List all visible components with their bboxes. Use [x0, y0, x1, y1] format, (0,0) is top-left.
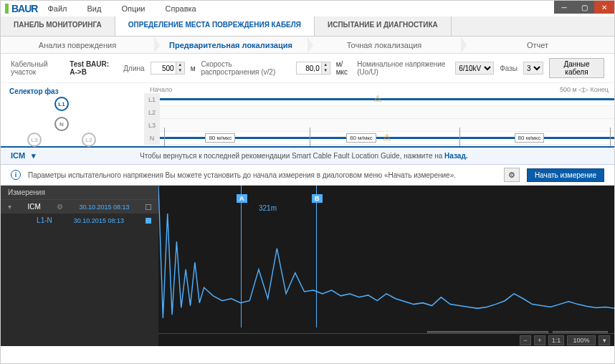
lane-l3-label: L3	[144, 119, 160, 132]
sidebar-row-icm[interactable]: ▾ ICM ⚙ 30.10.2015 08:13	[1, 200, 158, 214]
cable-area: Селектор фаз L1 N L3 L2 Начало500 м ◁▷ К…	[1, 83, 614, 148]
lane-end-dist: 500 м	[560, 86, 577, 93]
lane-tick	[310, 128, 310, 146]
cable-data-button[interactable]: Данные кабеля	[549, 58, 604, 78]
lane-start: Начало	[150, 86, 172, 93]
warning-icon: ⚠	[373, 93, 382, 104]
info-icon: i	[11, 170, 21, 180]
phase-node-n[interactable]: N	[54, 117, 69, 131]
speed-down[interactable]: ▼	[321, 68, 330, 74]
step-report[interactable]: Отчет	[461, 37, 614, 53]
zoom-in-button[interactable]: +	[534, 335, 545, 345]
tab-diagnostics[interactable]: ИСПЫТАНИЕ И ДИАГНОСТИКА	[315, 16, 452, 36]
sidebar-item-date: 30.10.2015 08:13	[74, 217, 124, 224]
lane-l1-label: L1	[144, 93, 160, 106]
zoom-dropdown[interactable]: ▾	[599, 335, 610, 345]
speed-up[interactable]: ▲	[321, 62, 330, 68]
sidebar-item-date: 30.10.2015 08:13	[80, 203, 130, 211]
phase-node-l3[interactable]: L3	[27, 133, 42, 147]
phase-node-l2[interactable]: L2	[82, 133, 96, 147]
logo: BAUR	[5, 3, 37, 14]
zoom-ratio-button[interactable]: 1:1	[548, 335, 564, 345]
settings-button[interactable]: ⚙	[504, 168, 520, 182]
lane-tick	[459, 128, 460, 146]
phase-selector-title: Селектор фаз	[9, 87, 135, 95]
warning-icon: ⚠	[383, 132, 391, 143]
section-value: Test BAUR: A->B	[70, 60, 118, 76]
tab-fault-location[interactable]: ОПРЕДЕЛЕНИЕ МЕСТА ПОВРЕЖДЕНИЯ КАБЕЛЯ	[115, 16, 315, 36]
speed-input[interactable]	[297, 64, 321, 72]
lane-tick	[610, 128, 611, 146]
cable-lanes: Начало500 м ◁▷ Конец L1⚠ L2 L3 N 80 м/мк…	[144, 83, 614, 146]
lane-end: Конец	[591, 86, 609, 93]
length-input[interactable]	[151, 64, 176, 72]
square-icon	[146, 204, 151, 210]
voltage-select[interactable]: 6/10kV	[455, 62, 494, 75]
step-bar: Анализ повреждения Предварительная локал…	[1, 37, 614, 54]
lane-n[interactable]: 80 м/мкс 80 м/мкс ⚠ 80 м/мкс	[160, 132, 614, 145]
voltage-label: Номинальное напряжение (Uo/U)	[357, 60, 449, 76]
lane-l3[interactable]	[160, 119, 614, 132]
step-analysis[interactable]: Анализ повреждения	[1, 37, 154, 53]
speed-tag-2: 80 м/мкс	[346, 133, 376, 143]
lane-l2-label: L2	[144, 106, 160, 119]
phase-triangle[interactable]: L1 N L3 L2	[20, 97, 106, 144]
lane-tick	[164, 128, 165, 146]
speed-label: Скорость распространения (v/2)	[201, 60, 290, 76]
menu-help[interactable]: Справка	[156, 2, 206, 15]
cursor-b-label: B	[312, 194, 323, 203]
zoom-level[interactable]: 100%	[567, 335, 596, 345]
method-text: Чтобы вернуться к последней рекомендации…	[140, 152, 468, 160]
section-label: Кабельный участок	[11, 60, 64, 76]
speed-unit: м/мкс	[336, 60, 352, 76]
step-pinpoint[interactable]: Точная локализация	[308, 37, 461, 53]
length-up[interactable]: ▲	[176, 62, 184, 68]
main-tabs: ПАНЕЛЬ МОНИТОРИНГА ОПРЕДЕЛЕНИЕ МЕСТА ПОВ…	[1, 16, 614, 37]
measurements-sidebar: Измерения ▾ ICM ⚙ 30.10.2015 08:13 L1-N …	[1, 186, 158, 346]
cursor-b[interactable]: B	[316, 186, 317, 327]
window-controls: ─ ▢ ✕	[554, 1, 614, 14]
gear-icon[interactable]: ⚙	[57, 203, 63, 211]
cursor-distance: 321m	[259, 204, 277, 212]
cursor-a-label: A	[237, 194, 247, 203]
length-unit: м	[191, 64, 196, 72]
zoom-bar: − + 1:1 100% ▾	[158, 333, 614, 346]
main-area: Измерения ▾ ICM ⚙ 30.10.2015 08:13 L1-N …	[1, 186, 614, 346]
phase-node-l1[interactable]: L1	[54, 97, 69, 111]
phases-label: Фазы	[500, 64, 518, 72]
phases-select[interactable]: 3	[523, 62, 543, 75]
menu-options[interactable]: Опции	[111, 2, 155, 15]
maximize-button[interactable]: ▢	[574, 1, 594, 14]
menu-view[interactable]: Вид	[77, 2, 112, 15]
parameter-bar: Кабельный участок Test BAUR: A->B Длина …	[1, 54, 614, 83]
sidebar-item-name: ICM	[27, 203, 40, 211]
lane-l2[interactable]	[160, 106, 614, 119]
sidebar-row-l1n[interactable]: L1-N 30.10.2015 08:13	[1, 214, 158, 227]
menubar: BAUR Файл Вид Опции Справка ─ ▢ ✕	[1, 1, 614, 16]
zoom-out-button[interactable]: −	[520, 335, 531, 345]
menu-file[interactable]: Файл	[37, 2, 77, 15]
reflectogram-graph[interactable]: A B 321m Сделать моментальный снимок Пои…	[158, 186, 614, 346]
step-prelocation[interactable]: Предварительная локализация	[154, 37, 308, 53]
method-name[interactable]: ICM ▾	[11, 151, 140, 161]
color-swatch	[146, 218, 151, 224]
length-down[interactable]: ▼	[176, 68, 184, 74]
cursor-a[interactable]: A	[241, 186, 242, 327]
sidebar-item-name: L1-N	[37, 216, 52, 224]
speed-spinner[interactable]: ▲▼	[296, 62, 330, 75]
length-label: Длина	[123, 64, 144, 72]
method-bar: ICM ▾ Чтобы вернуться к последней рекоме…	[1, 148, 614, 165]
start-measurement-button[interactable]: Начать измерение	[527, 168, 604, 182]
lane-n-label: N	[144, 132, 160, 145]
tab-monitoring[interactable]: ПАНЕЛЬ МОНИТОРИНГА	[1, 16, 115, 36]
length-spinner[interactable]: ▲▼	[151, 62, 185, 75]
back-link[interactable]: Назад.	[444, 152, 467, 160]
waveform	[158, 186, 614, 346]
minimize-button[interactable]: ─	[554, 1, 574, 14]
info-bar: i Параметры испытательного напряжения Вы…	[1, 165, 614, 186]
close-button[interactable]: ✕	[594, 1, 614, 14]
speed-tag-1: 80 м/мкс	[205, 133, 235, 143]
lane-l1[interactable]: ⚠	[160, 93, 614, 106]
expand-icon[interactable]: ▾	[8, 203, 11, 211]
phase-selector: Селектор фаз L1 N L3 L2	[1, 83, 144, 146]
